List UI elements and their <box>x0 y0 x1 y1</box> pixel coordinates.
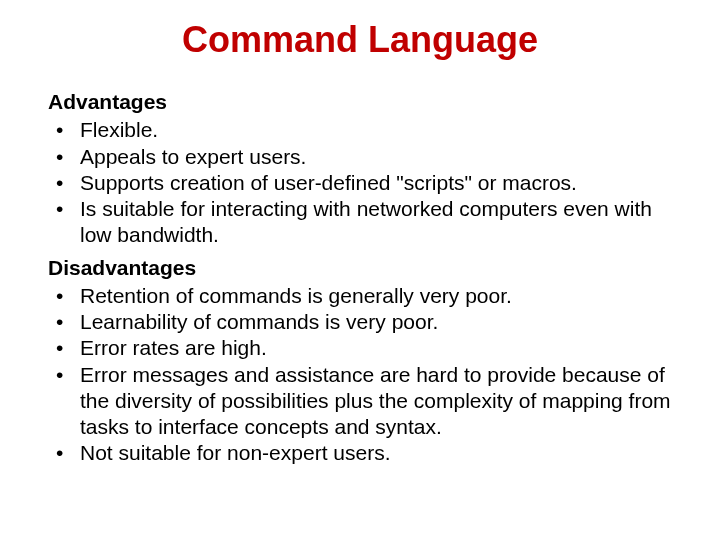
slide-title: Command Language <box>48 18 672 61</box>
list-item: Flexible. <box>48 117 672 143</box>
disadvantages-list: Retention of commands is generally very … <box>48 283 672 467</box>
advantages-heading: Advantages <box>48 89 672 115</box>
list-item: Supports creation of user-defined "scrip… <box>48 170 672 196</box>
list-item: Learnability of commands is very poor. <box>48 309 672 335</box>
slide: Command Language Advantages Flexible. Ap… <box>0 0 720 540</box>
disadvantages-heading: Disadvantages <box>48 255 672 281</box>
list-item: Retention of commands is generally very … <box>48 283 672 309</box>
list-item: Error messages and assistance are hard t… <box>48 362 672 441</box>
list-item: Is suitable for interacting with network… <box>48 196 672 249</box>
advantages-list: Flexible. Appeals to expert users. Suppo… <box>48 117 672 248</box>
list-item: Not suitable for non-expert users. <box>48 440 672 466</box>
list-item: Error rates are high. <box>48 335 672 361</box>
list-item: Appeals to expert users. <box>48 144 672 170</box>
